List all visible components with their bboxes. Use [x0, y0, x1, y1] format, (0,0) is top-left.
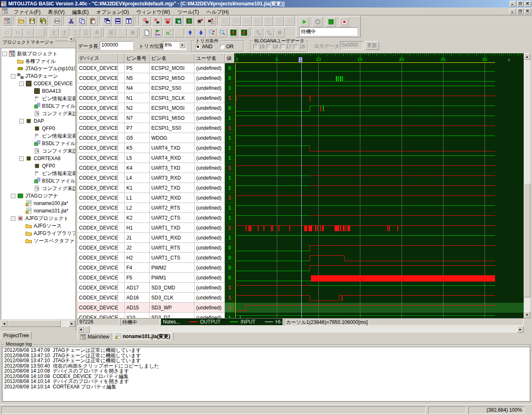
tree-node-qfp0[interactable]: QFP0 [1, 162, 75, 170]
mdi-child-icon[interactable] [2, 8, 8, 15]
scroll-up-icon[interactable]: ▲ [524, 53, 530, 60]
table-row-ecspi1_ss0[interactable]: CODEX_DEVICEP7ECSPI1_SS0(undefined)1 [77, 123, 234, 133]
tree-expander-icon[interactable]: - [2, 52, 7, 56]
idle-wave-button[interactable] [163, 28, 173, 37]
bran-button[interactable]: BRAN [153, 28, 163, 37]
menu-item-7[interactable]: ヘルプ(H) [203, 8, 233, 15]
tree-node-noname100-jla-[interactable]: noname100.jla* [1, 200, 75, 207]
add-device-list-button[interactable] [206, 16, 216, 26]
table-row-sd3_d7[interactable]: CODEX_DEVICEY10SD3_D7(undefined)1 [77, 313, 234, 318]
table-row-uart1_cts[interactable]: CODEX_DEVICEH2UART1_CTS(undefined)0 [77, 253, 234, 263]
chevron-down-icon[interactable]: ▼ [179, 42, 185, 48]
and-radio[interactable]: AND [196, 44, 212, 49]
tree-horizontal-scrollbar[interactable]: ◄ ► [1, 320, 75, 327]
waveform-view[interactable]: 051015202530s1 [234, 53, 524, 318]
stop-button[interactable] [339, 17, 349, 27]
tree-expander-icon[interactable]: - [11, 216, 15, 221]
tree-node--[interactable]: ピン情報未定義 [1, 95, 75, 102]
menu-item-1[interactable]: ファイル(F) [10, 8, 44, 15]
tree-node--[interactable]: コンフィグ未設定 [1, 110, 75, 117]
waveform-vscroll-thumb[interactable] [524, 183, 530, 297]
tab-project-tree[interactable]: ProjectTree [1, 331, 32, 339]
tree-expander-icon[interactable]: - [19, 82, 24, 86]
column-header-6[interactable]: 値 [225, 53, 234, 63]
table-row-uart3_txd[interactable]: CODEX_DEVICEK4UART3_TXD(undefined)1 [77, 163, 234, 173]
chain-check-button[interactable]: ? [184, 16, 194, 26]
trigger-pos-select[interactable]: 6% ▼ [163, 41, 186, 50]
column-header-3[interactable]: ピン番号 [125, 53, 150, 63]
logana-enable-button[interactable] [326, 17, 336, 27]
tree-node-jtag-[interactable]: -JTAGロジアナ [1, 192, 75, 200]
project-button[interactable] [2, 16, 12, 26]
table-row-uart2_rxd[interactable]: CODEX_DEVICEL1UART2_RXD(undefined)1 [77, 193, 234, 203]
signal-down-button[interactable] [196, 28, 206, 37]
tree-expander-icon[interactable]: - [11, 74, 15, 79]
tree-node--[interactable]: 各種ファイル [1, 57, 75, 65]
tab-noname101-jla-[interactable]: noname101.jla(変更) [112, 332, 173, 340]
tree-node--[interactable]: ソースベクタファイル [1, 237, 75, 245]
run-button[interactable] [299, 17, 309, 27]
prev-edge-button[interactable] [228, 28, 238, 37]
tree-expander-icon[interactable]: - [19, 156, 24, 161]
column-header-2[interactable] [118, 53, 125, 63]
open-button[interactable] [16, 16, 26, 26]
table-row-uart2_txd[interactable]: CODEX_DEVICEK1UART2_TXD(undefined)1 [77, 183, 234, 193]
tree-node-ajfg-[interactable]: AJFGライブラリファイル [1, 230, 75, 237]
scroll-left-icon[interactable]: ◄ [1, 320, 7, 327]
chain-scan-button[interactable] [173, 16, 183, 26]
table-row-ecspi2_ss0[interactable]: CODEX_DEVICEN4ECSPI2_SS0(undefined)1 [77, 83, 234, 93]
table-row-ecspi1_mosi[interactable]: CODEX_DEVICEN2ECSPI1_MOSI(undefined)0 [77, 103, 234, 113]
waveform-canvas[interactable]: 051015202530s1 [234, 53, 524, 318]
waveform-scroll-thumb[interactable] [84, 326, 90, 333]
signal-up-button[interactable] [185, 28, 195, 37]
table-row-uart2_cts[interactable]: CODEX_DEVICEK2UART2_CTS(undefined)1 [77, 213, 234, 223]
menu-item-6[interactable]: ツール(T) [174, 8, 203, 15]
panel-close-icon[interactable]: x [69, 37, 74, 42]
scroll-down-icon[interactable]: ▼ [524, 311, 530, 318]
restore-button[interactable] [517, 1, 524, 7]
table-row-pwm1[interactable]: CODEX_DEVICEF5PWM1(undefined)0 [77, 273, 234, 283]
waveform-vertical-scrollbar[interactable]: ▲ ▼ [524, 53, 530, 318]
table-row-ecspi2_mosi[interactable]: CODEX_DEVICEP5ECSPI2_MOSI(undefined)0 [77, 63, 234, 73]
table-row-ecspi1_sclk[interactable]: CODEX_DEVICEN1ECSPI1_SCLK(undefined)1 [77, 93, 234, 103]
table-row-uart3_rxd[interactable]: CODEX_DEVICEL4UART3_RXD(undefined)1 [77, 173, 234, 183]
child-minimize-button[interactable] [510, 8, 516, 14]
table-row-uart1_rxd[interactable]: CODEX_DEVICEJ1UART1_RXD(undefined)1 [77, 233, 234, 243]
child-close-button[interactable] [525, 8, 531, 14]
tree-node--[interactable]: コンフィグ未設定 [1, 147, 75, 155]
tree-node-jtag-[interactable]: -JTAGチェーン [1, 72, 75, 80]
print-button[interactable] [52, 16, 62, 26]
tree-scroll-thumb[interactable] [7, 320, 61, 327]
paste-button[interactable] [88, 16, 98, 26]
copy-button[interactable] [77, 16, 87, 26]
tree-node-dap[interactable]: -DAP [1, 117, 75, 125]
menu-item-4[interactable]: オプション(O) [92, 8, 133, 15]
scroll-right-icon[interactable]: ► [517, 326, 524, 333]
tree-node--[interactable]: ピン情報未定義 [1, 132, 75, 140]
table-row-wdog[interactable]: CODEX_DEVICEG5WDOG(undefined)1 [77, 133, 234, 143]
run-status-field[interactable]: 待機中 [299, 27, 357, 36]
tile-vertical-button[interactable] [123, 16, 133, 26]
new-waveform-button[interactable] [142, 28, 152, 37]
tree-expander-icon[interactable]: - [19, 119, 24, 124]
tile-horizontal-button[interactable] [113, 16, 123, 26]
table-row-uart4_rxd[interactable]: CODEX_DEVICEL5UART4_RXD(undefined)1 [77, 153, 234, 163]
tree-node-bsdl-[interactable]: BBSDLファイル参照 [1, 140, 75, 147]
tree-node-bga413[interactable]: BGA413 [1, 87, 75, 95]
add-device-button[interactable] [195, 16, 205, 26]
save-all-button[interactable] [38, 16, 48, 26]
tree-node-codex-device[interactable]: -CODEX_DEVICE [1, 80, 75, 87]
table-row-ecspi1_miso[interactable]: CODEX_DEVICEN7ECSPI1_MISO(undefined)1 [77, 113, 234, 123]
zoom-out-button[interactable] [217, 28, 227, 37]
tree-node--[interactable]: ピン情報未定義 [1, 170, 75, 177]
scroll-left-icon[interactable]: ◄ [77, 326, 84, 333]
tree-expander-icon[interactable]: - [11, 194, 15, 198]
table-row-uart4_txd[interactable]: CODEX_DEVICEK5UART4_TXD(undefined)1 [77, 143, 234, 153]
tree-node-qfp0[interactable]: QFP0 [1, 125, 75, 132]
column-header-1[interactable]: デバイス [77, 53, 118, 63]
table-row-sd3_clk[interactable]: CODEX_DEVICEAD16SD3_CLK(undefined)1 [77, 293, 234, 303]
table-row-ecspi2_miso[interactable]: CODEX_DEVICEN5ECSPI2_MISO(undefined)0 [77, 73, 234, 83]
table-row-sd3_cmd[interactable]: CODEX_DEVICEAD17SD3_CMD(undefined)1 [77, 283, 234, 293]
table-row-sd3_wp[interactable]: CODEX_DEVICEAD15SD3_WP(undefined)1 [77, 303, 234, 313]
tab-mainview[interactable]: MainView [77, 333, 112, 340]
